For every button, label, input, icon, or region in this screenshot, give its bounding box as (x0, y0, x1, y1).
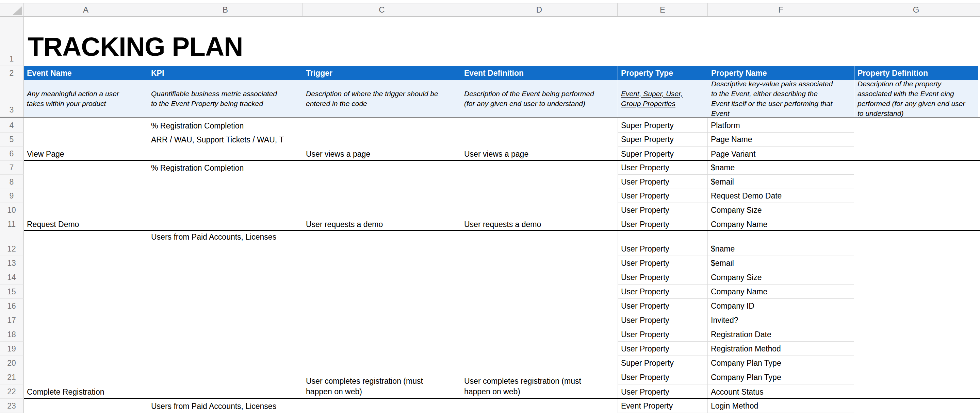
cell-A3[interactable]: Any meaningful action a user takes withi… (24, 80, 148, 117)
cell-B7[interactable]: % Registration Completion (148, 161, 303, 175)
cell-E9[interactable]: User Property (617, 189, 708, 203)
cell-F16[interactable]: Company ID (708, 299, 854, 313)
column-header-B[interactable]: B (148, 3, 303, 16)
cell-E17[interactable]: User Property (617, 313, 708, 327)
cell-D2[interactable]: Event Definition (461, 66, 617, 80)
cell-B12[interactable]: Users from Paid Accounts, Licenses (148, 231, 303, 256)
column-header-D[interactable]: D (461, 3, 617, 16)
cell-F17[interactable]: Invited? (708, 313, 854, 327)
row-number-10[interactable]: 10 (0, 203, 24, 217)
cell-E13[interactable]: User Property (617, 256, 708, 270)
column-header-C[interactable]: C (303, 3, 461, 16)
cell-C6[interactable]: User views a page (303, 146, 461, 161)
row-number-7[interactable]: 7 (0, 161, 24, 175)
cell-E8[interactable]: User Property (617, 175, 708, 189)
cell-E2[interactable]: Property Type (617, 66, 708, 80)
row-number-22[interactable]: 22 (0, 384, 24, 399)
cell-F6[interactable]: Page Variant (708, 146, 854, 161)
cell-E5[interactable]: Super Property (617, 133, 708, 147)
column-header-A[interactable]: A (24, 3, 148, 16)
cell-F5[interactable]: Page Name (708, 133, 854, 147)
cell-F4[interactable]: Platform (708, 118, 854, 133)
row-number-11[interactable]: 11 (0, 217, 24, 232)
cell-E11[interactable]: User Property (617, 217, 708, 232)
cell-F2[interactable]: Property Name (708, 66, 854, 80)
cell-E21[interactable]: User Property (617, 370, 708, 384)
row-number-2[interactable]: 2 (0, 66, 24, 80)
cell-E14[interactable]: User Property (617, 270, 708, 284)
row-number-14[interactable]: 14 (0, 270, 24, 284)
row-number-18[interactable]: 18 (0, 327, 24, 342)
cell-D3[interactable]: Description of the Event being performed… (461, 80, 617, 117)
cell-E16[interactable]: User Property (617, 299, 708, 313)
cell-B3[interactable]: Quantifiable business metric associated … (148, 80, 303, 117)
cell-F14[interactable]: Company Size (708, 270, 854, 284)
cell-A2[interactable]: Event Name (24, 66, 148, 80)
cell-E23[interactable]: Event Property (617, 399, 708, 413)
cell-D11[interactable]: User requests a demo (461, 217, 617, 232)
row-number-9[interactable]: 9 (0, 189, 24, 203)
cell-C22[interactable]: User completes registration (must happen… (303, 384, 461, 399)
row-number-4[interactable]: 4 (0, 118, 24, 133)
column-header-E[interactable]: E (617, 3, 708, 16)
cell-F20[interactable]: Company Plan Type (708, 356, 854, 370)
cell-E19[interactable]: User Property (617, 342, 708, 356)
row-number-12[interactable]: 12 (0, 231, 24, 256)
cell-F22[interactable]: Account Status (708, 384, 854, 399)
row-number-8[interactable]: 8 (0, 175, 24, 189)
cell-D6[interactable]: User views a page (461, 146, 617, 161)
cell-E4[interactable]: Super Property (617, 118, 708, 133)
cell-F8[interactable]: $email (708, 175, 854, 189)
cell-E3[interactable]: Event, Super, User, Group Properties (617, 80, 708, 117)
cell-E22[interactable]: User Property (617, 384, 708, 399)
row-number-23[interactable]: 23 (0, 399, 24, 413)
cell-F23[interactable]: Login Method (708, 399, 854, 413)
cell-E10[interactable]: User Property (617, 203, 708, 217)
row-number-21[interactable]: 21 (0, 370, 24, 384)
column-header-F[interactable]: F (708, 3, 854, 16)
row-number-16[interactable]: 16 (0, 299, 24, 313)
cell-E15[interactable]: User Property (617, 284, 708, 299)
row-number-5[interactable]: 5 (0, 133, 24, 147)
cell-E12[interactable]: User Property (617, 231, 708, 256)
cell-E7[interactable]: User Property (617, 161, 708, 175)
cell-A11[interactable]: Request Demo (24, 217, 148, 232)
cell-C11[interactable]: User requests a demo (303, 217, 461, 232)
cell-F19[interactable]: Registration Method (708, 342, 854, 356)
cell-G3[interactable]: Description of the property associated w… (854, 80, 978, 117)
cell-B4[interactable]: % Registration Completion (148, 118, 303, 133)
cell-F7[interactable]: $name (708, 161, 854, 175)
cell-E20[interactable]: Super Property (617, 356, 708, 370)
cell-F21[interactable]: Company Plan Type (708, 370, 854, 384)
cell-E18[interactable]: User Property (617, 327, 708, 342)
cell-E6[interactable]: Super Property (617, 146, 708, 161)
row-number-19[interactable]: 19 (0, 342, 24, 356)
select-all-corner[interactable] (0, 3, 24, 16)
cell-B5[interactable]: ARR / WAU, Support Tickets / WAU, T (148, 133, 303, 147)
row-number-3[interactable]: 3 (0, 80, 24, 117)
cell-A1[interactable]: TRACKING PLAN (24, 17, 500, 66)
cell-F11[interactable]: Company Name (708, 217, 854, 232)
cell-A22[interactable]: Complete Registration (24, 384, 148, 399)
row-number-20[interactable]: 20 (0, 356, 24, 370)
row-number-17[interactable]: 17 (0, 313, 24, 327)
row-number-15[interactable]: 15 (0, 284, 24, 299)
column-header-G[interactable]: G (854, 3, 978, 16)
cell-C3[interactable]: Description of where the trigger should … (303, 80, 461, 117)
cell-G2[interactable]: Property Definition (854, 66, 978, 80)
cell-F12[interactable]: $name (708, 231, 854, 256)
cell-F13[interactable]: $email (708, 256, 854, 270)
cell-B2[interactable]: KPI (148, 66, 303, 80)
row-number-1[interactable]: 1 (0, 17, 24, 66)
cell-F10[interactable]: Company Size (708, 203, 854, 217)
cell-D22[interactable]: User completes registration (must happen… (461, 384, 617, 399)
cell-B23[interactable]: Users from Paid Accounts, Licenses (148, 399, 303, 413)
cell-F18[interactable]: Registration Date (708, 327, 854, 342)
cell-F9[interactable]: Request Demo Date (708, 189, 854, 203)
cell-F3[interactable]: Descriptive key-value pairs associated t… (708, 80, 854, 117)
row-number-13[interactable]: 13 (0, 256, 24, 270)
cell-F15[interactable]: Company Name (708, 284, 854, 299)
cell-C2[interactable]: Trigger (303, 66, 461, 80)
cell-A6[interactable]: View Page (24, 146, 148, 161)
row-number-6[interactable]: 6 (0, 146, 24, 161)
